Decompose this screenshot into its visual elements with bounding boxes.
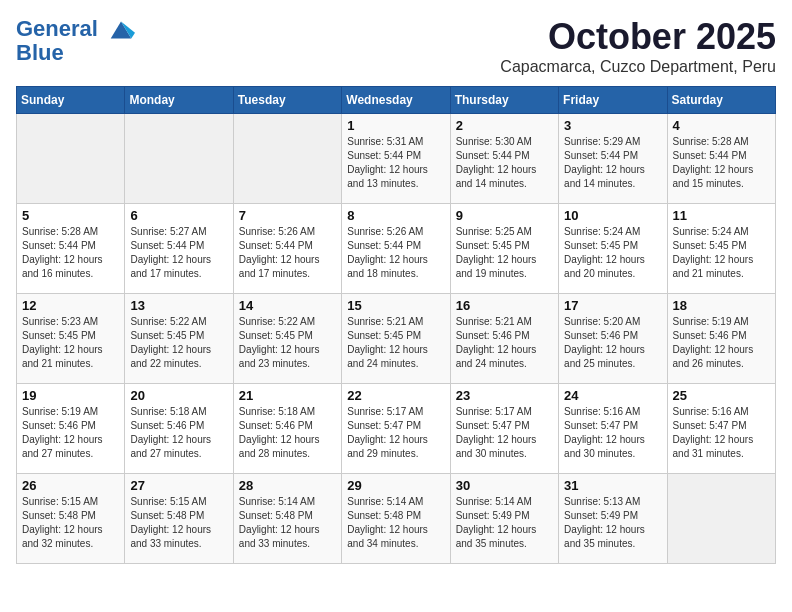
day-number: 19: [22, 388, 119, 403]
day-number: 6: [130, 208, 227, 223]
day-number: 17: [564, 298, 661, 313]
calendar-cell: 10Sunrise: 5:24 AMSunset: 5:45 PMDayligh…: [559, 204, 667, 294]
calendar-week-3: 12Sunrise: 5:23 AMSunset: 5:45 PMDayligh…: [17, 294, 776, 384]
day-info: Sunrise: 5:24 AMSunset: 5:45 PMDaylight:…: [564, 225, 661, 281]
day-number: 1: [347, 118, 444, 133]
weekday-header-friday: Friday: [559, 87, 667, 114]
day-number: 3: [564, 118, 661, 133]
day-number: 27: [130, 478, 227, 493]
day-info: Sunrise: 5:16 AMSunset: 5:47 PMDaylight:…: [673, 405, 770, 461]
calendar-cell: 30Sunrise: 5:14 AMSunset: 5:49 PMDayligh…: [450, 474, 558, 564]
calendar-cell: 25Sunrise: 5:16 AMSunset: 5:47 PMDayligh…: [667, 384, 775, 474]
location-text: Capacmarca, Cuzco Department, Peru: [500, 58, 776, 76]
page-header: General Blue October 2025 Capacmarca, Cu…: [16, 16, 776, 76]
day-info: Sunrise: 5:16 AMSunset: 5:47 PMDaylight:…: [564, 405, 661, 461]
calendar-cell: 22Sunrise: 5:17 AMSunset: 5:47 PMDayligh…: [342, 384, 450, 474]
weekday-header-monday: Monday: [125, 87, 233, 114]
day-info: Sunrise: 5:25 AMSunset: 5:45 PMDaylight:…: [456, 225, 553, 281]
day-number: 7: [239, 208, 336, 223]
day-number: 23: [456, 388, 553, 403]
calendar-cell: 1Sunrise: 5:31 AMSunset: 5:44 PMDaylight…: [342, 114, 450, 204]
logo-icon: [107, 16, 135, 44]
day-number: 8: [347, 208, 444, 223]
day-number: 15: [347, 298, 444, 313]
day-info: Sunrise: 5:26 AMSunset: 5:44 PMDaylight:…: [239, 225, 336, 281]
day-info: Sunrise: 5:22 AMSunset: 5:45 PMDaylight:…: [239, 315, 336, 371]
day-number: 13: [130, 298, 227, 313]
calendar-cell: 12Sunrise: 5:23 AMSunset: 5:45 PMDayligh…: [17, 294, 125, 384]
day-number: 25: [673, 388, 770, 403]
day-number: 28: [239, 478, 336, 493]
day-info: Sunrise: 5:14 AMSunset: 5:48 PMDaylight:…: [347, 495, 444, 551]
calendar-cell: 11Sunrise: 5:24 AMSunset: 5:45 PMDayligh…: [667, 204, 775, 294]
day-info: Sunrise: 5:21 AMSunset: 5:46 PMDaylight:…: [456, 315, 553, 371]
day-info: Sunrise: 5:30 AMSunset: 5:44 PMDaylight:…: [456, 135, 553, 191]
day-number: 5: [22, 208, 119, 223]
calendar-cell: 3Sunrise: 5:29 AMSunset: 5:44 PMDaylight…: [559, 114, 667, 204]
day-info: Sunrise: 5:21 AMSunset: 5:45 PMDaylight:…: [347, 315, 444, 371]
day-number: 29: [347, 478, 444, 493]
calendar-cell: 29Sunrise: 5:14 AMSunset: 5:48 PMDayligh…: [342, 474, 450, 564]
calendar-cell: 31Sunrise: 5:13 AMSunset: 5:49 PMDayligh…: [559, 474, 667, 564]
calendar-cell: [667, 474, 775, 564]
day-info: Sunrise: 5:18 AMSunset: 5:46 PMDaylight:…: [130, 405, 227, 461]
day-info: Sunrise: 5:26 AMSunset: 5:44 PMDaylight:…: [347, 225, 444, 281]
calendar-cell: [233, 114, 341, 204]
calendar-week-4: 19Sunrise: 5:19 AMSunset: 5:46 PMDayligh…: [17, 384, 776, 474]
day-info: Sunrise: 5:19 AMSunset: 5:46 PMDaylight:…: [673, 315, 770, 371]
day-info: Sunrise: 5:23 AMSunset: 5:45 PMDaylight:…: [22, 315, 119, 371]
month-title: October 2025: [500, 16, 776, 58]
calendar-cell: 5Sunrise: 5:28 AMSunset: 5:44 PMDaylight…: [17, 204, 125, 294]
day-number: 21: [239, 388, 336, 403]
day-number: 30: [456, 478, 553, 493]
day-number: 16: [456, 298, 553, 313]
day-info: Sunrise: 5:15 AMSunset: 5:48 PMDaylight:…: [22, 495, 119, 551]
day-info: Sunrise: 5:19 AMSunset: 5:46 PMDaylight:…: [22, 405, 119, 461]
calendar-week-2: 5Sunrise: 5:28 AMSunset: 5:44 PMDaylight…: [17, 204, 776, 294]
day-info: Sunrise: 5:17 AMSunset: 5:47 PMDaylight:…: [456, 405, 553, 461]
calendar-week-5: 26Sunrise: 5:15 AMSunset: 5:48 PMDayligh…: [17, 474, 776, 564]
weekday-header-wednesday: Wednesday: [342, 87, 450, 114]
calendar-cell: 9Sunrise: 5:25 AMSunset: 5:45 PMDaylight…: [450, 204, 558, 294]
day-number: 2: [456, 118, 553, 133]
day-info: Sunrise: 5:20 AMSunset: 5:46 PMDaylight:…: [564, 315, 661, 371]
day-number: 22: [347, 388, 444, 403]
day-number: 12: [22, 298, 119, 313]
calendar-cell: 21Sunrise: 5:18 AMSunset: 5:46 PMDayligh…: [233, 384, 341, 474]
calendar-cell: 7Sunrise: 5:26 AMSunset: 5:44 PMDaylight…: [233, 204, 341, 294]
day-info: Sunrise: 5:18 AMSunset: 5:46 PMDaylight:…: [239, 405, 336, 461]
day-number: 4: [673, 118, 770, 133]
calendar-cell: 14Sunrise: 5:22 AMSunset: 5:45 PMDayligh…: [233, 294, 341, 384]
calendar-cell: 24Sunrise: 5:16 AMSunset: 5:47 PMDayligh…: [559, 384, 667, 474]
calendar-cell: 27Sunrise: 5:15 AMSunset: 5:48 PMDayligh…: [125, 474, 233, 564]
day-number: 9: [456, 208, 553, 223]
calendar-cell: 20Sunrise: 5:18 AMSunset: 5:46 PMDayligh…: [125, 384, 233, 474]
day-number: 11: [673, 208, 770, 223]
day-info: Sunrise: 5:13 AMSunset: 5:49 PMDaylight:…: [564, 495, 661, 551]
day-info: Sunrise: 5:17 AMSunset: 5:47 PMDaylight:…: [347, 405, 444, 461]
day-info: Sunrise: 5:28 AMSunset: 5:44 PMDaylight:…: [673, 135, 770, 191]
weekday-header-thursday: Thursday: [450, 87, 558, 114]
calendar-cell: [17, 114, 125, 204]
weekday-header-sunday: Sunday: [17, 87, 125, 114]
calendar-cell: 8Sunrise: 5:26 AMSunset: 5:44 PMDaylight…: [342, 204, 450, 294]
calendar-cell: 16Sunrise: 5:21 AMSunset: 5:46 PMDayligh…: [450, 294, 558, 384]
calendar-cell: 26Sunrise: 5:15 AMSunset: 5:48 PMDayligh…: [17, 474, 125, 564]
calendar-cell: 28Sunrise: 5:14 AMSunset: 5:48 PMDayligh…: [233, 474, 341, 564]
day-number: 26: [22, 478, 119, 493]
day-info: Sunrise: 5:31 AMSunset: 5:44 PMDaylight:…: [347, 135, 444, 191]
calendar-week-1: 1Sunrise: 5:31 AMSunset: 5:44 PMDaylight…: [17, 114, 776, 204]
logo: General Blue: [16, 16, 135, 66]
weekday-header-row: SundayMondayTuesdayWednesdayThursdayFrid…: [17, 87, 776, 114]
day-info: Sunrise: 5:29 AMSunset: 5:44 PMDaylight:…: [564, 135, 661, 191]
day-info: Sunrise: 5:15 AMSunset: 5:48 PMDaylight:…: [130, 495, 227, 551]
calendar-cell: [125, 114, 233, 204]
day-number: 20: [130, 388, 227, 403]
calendar-cell: 6Sunrise: 5:27 AMSunset: 5:44 PMDaylight…: [125, 204, 233, 294]
day-info: Sunrise: 5:28 AMSunset: 5:44 PMDaylight:…: [22, 225, 119, 281]
day-info: Sunrise: 5:24 AMSunset: 5:45 PMDaylight:…: [673, 225, 770, 281]
day-number: 24: [564, 388, 661, 403]
day-number: 31: [564, 478, 661, 493]
day-number: 10: [564, 208, 661, 223]
calendar-cell: 2Sunrise: 5:30 AMSunset: 5:44 PMDaylight…: [450, 114, 558, 204]
